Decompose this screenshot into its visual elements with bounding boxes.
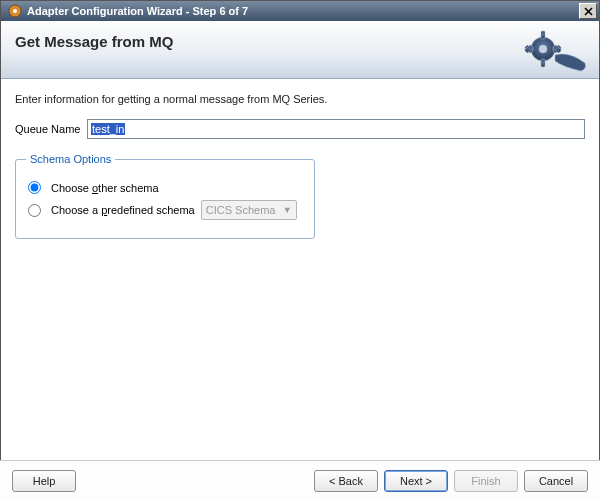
window-title: Adapter Configuration Wizard - Step 6 of… xyxy=(27,5,579,17)
svg-rect-6 xyxy=(541,59,545,67)
cancel-button[interactable]: Cancel xyxy=(524,470,588,492)
queue-name-row: Queue Name test_in xyxy=(15,119,585,139)
schema-options-group: Schema Options Choose other schema Choos… xyxy=(15,153,315,239)
svg-rect-5 xyxy=(541,31,545,39)
finish-button: Finish xyxy=(454,470,518,492)
queue-name-value: test_in xyxy=(91,123,125,135)
wizard-content: Enter information for getting a normal m… xyxy=(1,79,599,459)
schema-label-other[interactable]: Choose other schema xyxy=(51,182,159,194)
help-button[interactable]: Help xyxy=(12,470,76,492)
titlebar: Adapter Configuration Wizard - Step 6 of… xyxy=(1,1,599,21)
predefined-schema-combo: CICS Schema ▼ xyxy=(201,200,297,220)
schema-radio-predefined[interactable] xyxy=(28,204,41,217)
queue-name-input[interactable]: test_in xyxy=(87,119,585,139)
wizard-button-bar: Help < Back Next > Finish Cancel xyxy=(0,460,600,500)
svg-point-1 xyxy=(13,9,17,13)
next-button[interactable]: Next > xyxy=(384,470,448,492)
app-icon xyxy=(7,3,23,19)
predefined-schema-value: CICS Schema xyxy=(206,204,276,216)
chevron-down-icon: ▼ xyxy=(283,205,292,215)
banner-gear-icon xyxy=(519,25,589,75)
svg-point-13 xyxy=(539,45,547,53)
intro-text: Enter information for getting a normal m… xyxy=(15,93,585,105)
schema-option-predefined[interactable]: Choose a predefined schema CICS Schema ▼ xyxy=(26,200,304,220)
close-button[interactable] xyxy=(579,3,597,19)
wizard-banner: Get Message from MQ xyxy=(1,21,599,79)
back-button[interactable]: < Back xyxy=(314,470,378,492)
schema-options-legend: Schema Options xyxy=(26,153,115,165)
close-icon xyxy=(584,7,593,16)
page-heading: Get Message from MQ xyxy=(15,33,585,50)
queue-name-label: Queue Name xyxy=(15,123,87,135)
schema-radio-other[interactable] xyxy=(28,181,41,194)
schema-label-predefined[interactable]: Choose a predefined schema xyxy=(51,204,195,216)
schema-option-other[interactable]: Choose other schema xyxy=(26,181,304,194)
